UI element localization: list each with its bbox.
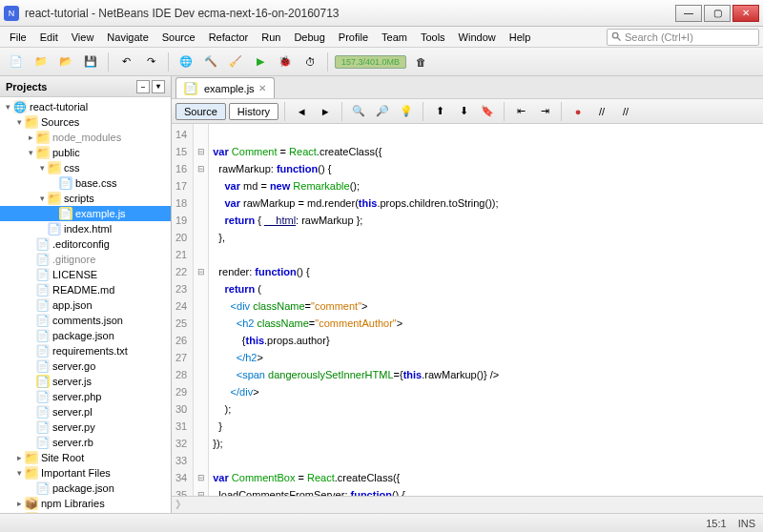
tree-server-go[interactable]: 📄server.go [0, 358, 171, 374]
toolbar-separator [341, 102, 342, 121]
menu-view[interactable]: View [66, 30, 100, 45]
tree-server-rb[interactable]: 📄server.rb [0, 435, 171, 450]
code-lines[interactable]: var Comment = React.createClass({ rawMar… [209, 124, 763, 496]
menu-help[interactable]: Help [504, 30, 537, 45]
build-button[interactable]: 🔨 [200, 51, 221, 72]
tree-package-json[interactable]: 📄package.json [0, 328, 171, 343]
tree-editorconfig[interactable]: 📄.editorconfig [0, 236, 171, 252]
prev-bookmark-button[interactable]: ⬆ [429, 101, 450, 122]
toolbar-separator [168, 52, 169, 72]
panel-options-icon[interactable]: ▾ [152, 80, 165, 93]
shift-right-button[interactable]: ⇥ [534, 101, 555, 122]
tree-gitignore[interactable]: 📄.gitignore [0, 252, 171, 267]
search-placeholder: Search (Ctrl+I) [625, 31, 693, 43]
memory-indicator[interactable]: 157.3/401.0MB [335, 55, 406, 69]
undo-button[interactable]: ↶ [115, 51, 136, 72]
tree-public[interactable]: ▾📁public [0, 145, 171, 160]
tree-server-pl[interactable]: 📄server.pl [0, 404, 171, 419]
search-icon [611, 31, 622, 42]
status-bar: 15:1 INS [0, 513, 763, 532]
window-title: react-tutorial - NetBeans IDE Dev ecma-n… [25, 7, 675, 20]
menu-file[interactable]: File [4, 30, 32, 45]
toggle-highlight-button[interactable]: 💡 [396, 101, 417, 122]
line-number-gutter[interactable]: 1415161718192021222324252627282930313233… [172, 124, 194, 496]
toolbar-separator [504, 102, 505, 121]
close-button[interactable]: ✕ [732, 5, 759, 22]
tree-server-py[interactable]: 📄server.py [0, 419, 171, 435]
shift-left-button[interactable]: ⇤ [510, 101, 531, 122]
tree-server-php[interactable]: 📄server.php [0, 389, 171, 404]
uncomment-button[interactable]: /‪/ [615, 101, 636, 122]
find-selection-button[interactable]: 🔍 [348, 101, 369, 122]
tree-site-root[interactable]: ▸📁Site Root [0, 450, 171, 465]
menu-edit[interactable]: Edit [34, 30, 64, 45]
menu-profile[interactable]: Profile [333, 30, 374, 45]
comment-button[interactable]: // [591, 101, 612, 122]
maximize-button[interactable]: ▢ [704, 5, 731, 22]
tab-label: example.js [204, 83, 255, 94]
menu-window[interactable]: Window [453, 30, 502, 45]
tree-sources[interactable]: ▾📁Sources [0, 114, 171, 130]
tree-base-css[interactable]: 📄base.css [0, 175, 171, 191]
tree-css[interactable]: ▾📁css [0, 160, 171, 175]
code-editor[interactable]: 1415161718192021222324252627282930313233… [172, 124, 763, 496]
gc-button[interactable]: 🗑 [410, 51, 431, 72]
menu-refactor[interactable]: Refactor [203, 30, 255, 45]
nav-forward-button[interactable]: ► [315, 101, 336, 122]
editor-bottom-nav: 》 [172, 496, 763, 513]
projects-title: Projects [6, 81, 47, 92]
tree-comments-json[interactable]: 📄comments.json [0, 313, 171, 328]
source-view-button[interactable]: Source [175, 103, 226, 120]
menu-navigate[interactable]: Navigate [101, 30, 154, 45]
tree-pkg-json2[interactable]: 📄package.json [0, 481, 171, 496]
tree-node-modules[interactable]: ▸📁node_modules [0, 130, 171, 145]
toggle-bookmark-button[interactable]: 🔖 [477, 101, 498, 122]
menu-tools[interactable]: Tools [415, 30, 451, 45]
nav-back-button[interactable]: ◄ [291, 101, 312, 122]
tree-requirements[interactable]: 📄requirements.txt [0, 343, 171, 358]
new-project-button[interactable]: 📁 [31, 51, 52, 72]
quick-search-input[interactable]: Search (Ctrl+I) [607, 29, 759, 46]
history-view-button[interactable]: History [229, 103, 278, 120]
save-all-button[interactable]: 💾 [80, 51, 101, 72]
find-prev-button[interactable]: 🔎 [372, 101, 393, 122]
nav-collapse-icon[interactable]: 》 [175, 498, 186, 512]
menu-run[interactable]: Run [256, 30, 286, 45]
toolbar-separator [423, 102, 423, 121]
tree-project-root[interactable]: ▾🌐react-tutorial [0, 99, 171, 114]
editor-tab-example[interactable]: 📄 example.js ✕ [175, 77, 275, 98]
tree-readme[interactable]: 📄README.md [0, 282, 171, 297]
tree-app-json[interactable]: 📄app.json [0, 297, 171, 313]
main-toolbar: 📄 📁 📂 💾 ↶ ↷ 🌐 🔨 🧹 ▶ 🐞 ⏱ 157.3/401.0MB 🗑 [0, 48, 763, 76]
open-button[interactable]: 📂 [55, 51, 76, 72]
debug-button[interactable]: 🐞 [275, 51, 296, 72]
tree-scripts[interactable]: ▾📁scripts [0, 191, 171, 206]
projects-panel-header: Projects – ▾ [0, 76, 171, 97]
toolbar-separator [284, 102, 285, 121]
next-bookmark-button[interactable]: ⬇ [453, 101, 474, 122]
clean-build-button[interactable]: 🧹 [225, 51, 246, 72]
tree-index-html[interactable]: 📄index.html [0, 221, 171, 236]
tree-license[interactable]: 📄LICENSE [0, 267, 171, 282]
tree-server-js[interactable]: 📄server.js [0, 374, 171, 389]
macro-record-button[interactable]: ● [567, 101, 588, 122]
tree-example-js[interactable]: 📄example.js [0, 206, 171, 221]
new-file-button[interactable]: 📄 [6, 51, 27, 72]
toolbar-separator [327, 52, 328, 72]
redo-button[interactable]: ↷ [140, 51, 161, 72]
browser-chrome-icon[interactable]: 🌐 [175, 51, 196, 72]
profile-button[interactable]: ⏱ [299, 51, 320, 72]
run-button[interactable]: ▶ [250, 51, 271, 72]
menu-source[interactable]: Source [156, 30, 201, 45]
toolbar-separator [108, 52, 109, 72]
panel-minimize-icon[interactable]: – [136, 80, 150, 93]
project-tree[interactable]: ▾🌐react-tutorial ▾📁Sources ▸📁node_module… [0, 97, 171, 513]
menu-debug[interactable]: Debug [288, 30, 330, 45]
fold-gutter[interactable]: ⊟⊟⊟⊟⊟ [194, 124, 209, 496]
menu-team[interactable]: Team [376, 30, 413, 45]
minimize-button[interactable]: — [675, 5, 702, 22]
tree-important-files[interactable]: ▾📁Important Files [0, 465, 171, 481]
window-titlebar: N react-tutorial - NetBeans IDE Dev ecma… [0, 0, 763, 27]
tab-close-icon[interactable]: ✕ [258, 83, 266, 93]
tree-npm-libraries[interactable]: ▸📦npm Libraries [0, 496, 171, 511]
